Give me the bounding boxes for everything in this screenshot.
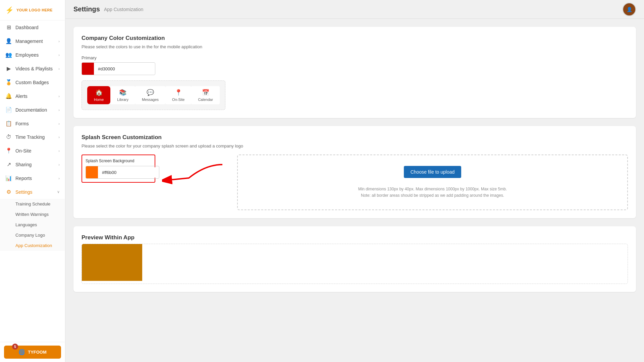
primary-color-swatch[interactable]	[82, 63, 94, 75]
on-site-icon: 📍	[5, 147, 12, 154]
tyfoom-label: TYFOOM	[28, 350, 47, 355]
user-avatar[interactable]: 👤	[623, 3, 636, 16]
sidebar: ⚡ YOUR LOGO HERE ⊞ Dashboard 👤 Managemen…	[0, 0, 65, 362]
settings-icon: ⚙	[5, 189, 12, 195]
arrow-annotation	[162, 161, 229, 188]
sidebar-footer: 5 🌀 TYFOOM	[0, 342, 65, 362]
content-area: Company Color Customization Please selec…	[65, 19, 644, 362]
sidebar-item-label: Employees	[15, 52, 55, 58]
sidebar-item-label: Time Tracking	[15, 134, 55, 140]
sidebar-item-custom-badges[interactable]: 🏅 Custom Badges	[0, 75, 65, 89]
reports-icon: 📊	[5, 175, 12, 181]
sidebar-item-settings[interactable]: ⚙ Settings ∨	[0, 185, 65, 199]
choose-file-button[interactable]: Choose file to upload	[404, 166, 462, 178]
sidebar-item-documentation[interactable]: 📄 Documentation ›	[0, 103, 65, 117]
sidebar-item-label: Sharing	[15, 162, 55, 167]
page-subtitle: App Customization	[104, 7, 144, 12]
sidebar-item-dashboard[interactable]: ⊞ Dashboard	[0, 20, 65, 34]
onsite-tab-label: On-Site	[172, 98, 184, 102]
sidebar-item-label: Settings	[15, 189, 54, 195]
chevron-icon: ›	[58, 163, 60, 167]
alerts-icon: 🔔	[5, 93, 12, 99]
sidebar-item-forms[interactable]: 📋 Forms ›	[0, 117, 65, 130]
tyfoom-badge: 5	[12, 344, 18, 350]
chevron-icon: ›	[58, 149, 60, 153]
chevron-down-icon: ∨	[57, 190, 60, 194]
splash-color-swatch[interactable]	[86, 166, 98, 178]
sidebar-item-label: Management	[15, 39, 55, 44]
chevron-icon: ›	[58, 135, 60, 139]
sidebar-item-label: Dashboard	[15, 25, 60, 30]
sidebar-item-on-site[interactable]: 📍 On-Site ›	[0, 144, 65, 158]
arrow-svg	[162, 161, 229, 188]
sidebar-item-label: Alerts	[15, 94, 55, 99]
chevron-icon: ›	[58, 108, 60, 112]
splash-color-input[interactable]	[86, 166, 159, 179]
chevron-icon: ›	[58, 176, 60, 180]
videos-icon: ▶	[5, 65, 12, 72]
sidebar-item-employees[interactable]: 👥 Employees ›	[0, 48, 65, 62]
topbar-right: 👤	[623, 3, 636, 16]
primary-color-input[interactable]	[82, 62, 155, 75]
onsite-tab-icon: 📍	[175, 89, 182, 96]
color-card-desc: Please select the colors to use in the f…	[82, 44, 628, 49]
primary-label: Primary	[82, 55, 628, 60]
splash-card-desc: Please select the color for your company…	[82, 143, 628, 148]
badges-icon: 🏅	[5, 79, 12, 85]
dashboard-icon: ⊞	[5, 24, 12, 31]
preview-orange-background	[82, 244, 142, 281]
documentation-icon: 📄	[5, 107, 12, 113]
topbar: Settings App Customization 👤	[65, 0, 644, 19]
color-card-title: Company Color Customization	[82, 35, 628, 42]
library-tab-label: Library	[117, 98, 128, 102]
sidebar-item-videos[interactable]: ▶ Videos & Playlists ›	[0, 62, 65, 75]
calendar-tab-label: Calendar	[198, 98, 213, 102]
library-tab-icon: 📚	[119, 89, 126, 96]
preview-app-box	[82, 244, 628, 284]
mobile-tab-home[interactable]: 🏠 Home	[87, 86, 110, 104]
sidebar-item-sharing[interactable]: ↗ Sharing ›	[0, 158, 65, 171]
employees-icon: 👥	[5, 52, 12, 58]
sharing-icon: ↗	[5, 161, 12, 168]
sidebar-sub-item-app-customization[interactable]: App Customization	[0, 240, 65, 251]
mobile-preview: 🏠 Home 📚 Library 💬 Messages 📍 On-Site 📅	[82, 80, 225, 110]
sidebar-nav: ⊞ Dashboard 👤 Management › 👥 Employees ›…	[0, 20, 65, 342]
splash-bg-label: Splash Screen Background	[86, 159, 151, 163]
color-customization-card: Company Color Customization Please selec…	[73, 27, 636, 118]
primary-color-value[interactable]	[94, 64, 155, 74]
messages-tab-icon: 💬	[147, 89, 154, 96]
splash-color-value[interactable]	[98, 167, 159, 178]
preview-title: Preview Within App	[82, 234, 628, 241]
sidebar-item-reports[interactable]: 📊 Reports ›	[0, 171, 65, 185]
upload-note-line2: Note: all border areas should be strippe…	[246, 192, 619, 199]
sidebar-item-alerts[interactable]: 🔔 Alerts ›	[0, 89, 65, 103]
chevron-icon: ›	[58, 94, 60, 98]
sidebar-item-label: Forms	[15, 121, 55, 126]
calendar-tab-icon: 📅	[202, 89, 209, 96]
mobile-tab-library[interactable]: 📚 Library	[110, 86, 135, 104]
main-content: Settings App Customization 👤 Company Col…	[65, 0, 644, 362]
chevron-icon: ›	[58, 122, 60, 126]
sidebar-logo[interactable]: ⚡ YOUR LOGO HERE	[0, 0, 65, 20]
splash-card-title: Splash Screen Customization	[82, 134, 628, 141]
mobile-tab-on-site[interactable]: 📍 On-Site	[165, 86, 191, 104]
splash-row: Splash Screen Background	[82, 155, 628, 210]
home-tab-label: Home	[94, 98, 104, 102]
sidebar-sub-item-training[interactable]: Training Schedule	[0, 199, 65, 209]
upload-area: Choose file to upload Min dimensions 130…	[237, 155, 628, 210]
splash-customization-card: Splash Screen Customization Please selec…	[73, 126, 636, 218]
mobile-tab-messages[interactable]: 💬 Messages	[135, 86, 165, 104]
sidebar-sub-item-languages[interactable]: Languages	[0, 220, 65, 230]
management-icon: 👤	[5, 38, 12, 44]
logo-text: YOUR LOGO HERE	[16, 8, 53, 12]
tyfoom-button[interactable]: 5 🌀 TYFOOM	[4, 346, 61, 359]
chevron-icon: ›	[58, 53, 60, 57]
sidebar-sub-item-company-logo[interactable]: Company Logo	[0, 230, 65, 240]
mobile-tab-calendar[interactable]: 📅 Calendar	[191, 86, 220, 104]
sidebar-sub-item-warnings[interactable]: Written Warnings	[0, 209, 65, 220]
sidebar-item-time-tracking[interactable]: ⏱ Time Tracking ›	[0, 130, 65, 144]
sidebar-item-label: Videos & Playlists	[15, 66, 55, 71]
sidebar-item-label: Documentation	[15, 107, 55, 113]
sidebar-item-label: Reports	[15, 176, 55, 181]
sidebar-item-management[interactable]: 👤 Management ›	[0, 34, 65, 48]
